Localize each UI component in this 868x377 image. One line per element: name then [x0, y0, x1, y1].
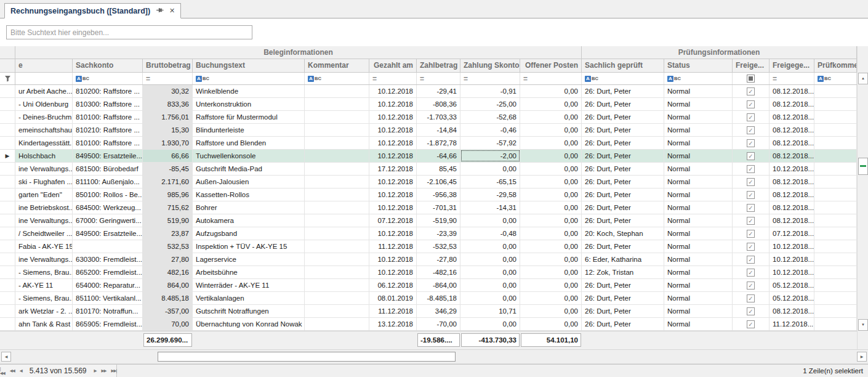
cell-name[interactable]: - AK-YE 11 [15, 279, 73, 291]
cell-kommentar[interactable] [305, 279, 369, 291]
checked-checkbox-icon[interactable]: ✓ [747, 204, 755, 212]
cell-freigegeben[interactable]: ✓ [733, 201, 770, 214]
cell-freigegeben_am[interactable]: 08.12.2018... [770, 176, 814, 188]
cell-pruefkommentar[interactable] [814, 98, 857, 110]
cell-sachlich_geprueft[interactable]: 26: Durt, Peter [582, 240, 664, 253]
filter-cell-sachlich_geprueft[interactable]: ABC [582, 73, 664, 84]
table-row[interactable]: ine Verwaltungs...681500: Bürobedarf-85,… [0, 163, 857, 176]
scroll-down-icon[interactable]: ▼ [858, 319, 868, 331]
cell-freigegeben_am[interactable]: 08.12.2018... [770, 137, 814, 149]
cell-bruttobetrag[interactable]: 30,32 [143, 85, 193, 97]
cell-zahlung_skonto[interactable]: -29,58 [460, 188, 520, 201]
filter-cell-offener_posten[interactable]: = [520, 73, 582, 84]
cell-freigegeben_am[interactable]: 05.12.2018... [770, 292, 814, 304]
column-header-gezahlt_am[interactable]: Gezahlt am [369, 59, 417, 72]
cell-gezahlt_am[interactable]: 10.12.2018 [369, 111, 417, 123]
checked-checkbox-icon[interactable]: ✓ [747, 217, 755, 225]
cell-buchungstext[interactable]: Unterkonstruktion [193, 98, 305, 110]
cell-buchungstext[interactable]: Inspektion + TÜV - AK-YE 15 [193, 240, 305, 253]
cell-freigegeben_am[interactable]: 08.12.2018... [770, 305, 814, 317]
table-row[interactable]: Fabia - AK-YE 15532,53Inspektion + TÜV -… [0, 240, 857, 253]
cell-sachlich_geprueft[interactable]: 6: Eder, Katharina [582, 253, 664, 266]
cell-gezahlt_am[interactable]: 13.12.2018 [369, 318, 417, 330]
cell-offener_posten[interactable]: 0,00 [520, 253, 582, 266]
nav-next-page-button[interactable]: ▶▶ [102, 368, 106, 373]
cell-freigegeben[interactable]: ✓ [733, 305, 770, 317]
cell-status[interactable]: Normal [664, 150, 733, 162]
cell-name[interactable]: - Deines-Bruchm... [15, 111, 73, 123]
cell-bruttobetrag[interactable]: 864,00 [143, 279, 193, 291]
cell-gezahlt_am[interactable]: 10.12.2018 [369, 150, 417, 162]
cell-pruefkommentar[interactable] [814, 227, 857, 240]
checked-checkbox-icon[interactable]: ✓ [747, 113, 755, 121]
cell-freigegeben[interactable]: ✓ [733, 176, 770, 188]
vertical-scroll-thumb[interactable] [858, 158, 868, 175]
cell-name[interactable]: ur Arbeit Aache... [15, 85, 73, 97]
cell-status[interactable]: Normal [664, 176, 733, 188]
table-row[interactable]: emeinschaftshaus810210: Raffstore ...15,… [0, 124, 857, 137]
column-header-zahlung_skonto[interactable]: Zahlung Skonto [460, 59, 520, 72]
cell-zahlung_skonto[interactable]: -65,15 [460, 176, 520, 188]
table-row[interactable]: ski - Flughafen ...811100: Außenjalo...2… [0, 176, 857, 188]
table-row[interactable]: ur Arbeit Aache...810200: Raffstore ...3… [0, 85, 857, 98]
cell-sachkonto[interactable]: 630300: Fremdleist... [73, 253, 143, 266]
cell-zahlbetrag[interactable]: -29,41 [417, 85, 460, 97]
table-row[interactable]: - Uni Oldenburg810300: Raffstore ...833,… [0, 98, 857, 111]
close-icon[interactable]: ✕ [169, 7, 175, 14]
cell-freigegeben[interactable]: ✓ [733, 111, 770, 123]
cell-freigegeben_am[interactable]: 11.12.2018... [770, 318, 814, 330]
cell-gezahlt_am[interactable]: 10.12.2018 [369, 266, 417, 278]
cell-freigegeben_am[interactable]: 10.12.2018... [770, 163, 814, 175]
cell-freigegeben[interactable]: ✓ [733, 240, 770, 253]
cell-buchungstext[interactable]: Lagerservice [193, 253, 305, 266]
cell-bruttobetrag[interactable]: 532,53 [143, 240, 193, 253]
cell-pruefkommentar[interactable] [814, 214, 857, 227]
filter-cell-freigegeben_am[interactable]: = [770, 73, 814, 84]
cell-gezahlt_am[interactable]: 10.12.2018 [369, 98, 417, 110]
cell-sachkonto[interactable]: 849500: Ersatzteile... [73, 150, 143, 162]
cell-gezahlt_am[interactable]: 08.01.2019 [369, 292, 417, 304]
cell-offener_posten[interactable]: 0,00 [520, 279, 582, 291]
cell-name[interactable]: ine Betriebskost... [15, 201, 73, 214]
cell-zahlung_skonto[interactable]: -2,00 [460, 150, 520, 162]
cell-freigegeben[interactable]: ✓ [733, 98, 770, 110]
scroll-right-icon[interactable]: ▶ [857, 352, 867, 362]
cell-sachlich_geprueft[interactable]: 26: Durt, Peter [582, 305, 664, 317]
cell-freigegeben_am[interactable]: 08.12.2018... [770, 85, 814, 97]
cell-freigegeben_am[interactable]: 08.12.2018... [770, 188, 814, 201]
column-header-name[interactable]: e [15, 59, 73, 72]
cell-buchungstext[interactable]: Raffstore und Blenden [193, 137, 305, 149]
cell-sachkonto[interactable]: 850100: Rollos - Be... [73, 188, 143, 201]
cell-name[interactable]: garten "Eden" [15, 188, 73, 201]
cell-name[interactable]: Kindertagesstätt... [15, 137, 73, 149]
cell-sachlich_geprueft[interactable]: 26: Durt, Peter [582, 318, 664, 330]
cell-pruefkommentar[interactable] [814, 137, 857, 149]
cell-pruefkommentar[interactable] [814, 201, 857, 214]
column-header-freigegeben_am[interactable]: Freigege... [770, 59, 814, 72]
cell-status[interactable]: Normal [664, 124, 733, 136]
cell-kommentar[interactable] [305, 253, 369, 266]
cell-zahlung_skonto[interactable]: -0,46 [460, 124, 520, 136]
cell-sachlich_geprueft[interactable]: 26: Durt, Peter [582, 292, 664, 304]
cell-zahlbetrag[interactable]: -701,31 [417, 201, 460, 214]
cell-zahlung_skonto[interactable]: -52,68 [460, 111, 520, 123]
checked-checkbox-icon[interactable]: ✓ [747, 152, 755, 160]
cell-name[interactable]: emeinschaftshaus [15, 124, 73, 136]
cell-pruefkommentar[interactable] [814, 150, 857, 162]
cell-freigegeben[interactable]: ✓ [733, 318, 770, 330]
cell-name[interactable]: ine Verwaltungs... [15, 214, 73, 227]
checked-checkbox-icon[interactable]: ✓ [747, 294, 755, 302]
cell-pruefkommentar[interactable] [814, 279, 857, 291]
cell-sachlich_geprueft[interactable]: 26: Durt, Peter [582, 201, 664, 214]
cell-freigegeben_am[interactable]: 07.12.2018... [770, 227, 814, 240]
cell-bruttobetrag[interactable]: -357,00 [143, 305, 193, 317]
cell-name[interactable]: Fabia - AK-YE 15 [15, 240, 73, 253]
cell-zahlung_skonto[interactable]: 0,00 [460, 279, 520, 291]
cell-status[interactable]: Normal [664, 266, 733, 278]
cell-freigegeben_am[interactable]: 08.12.2018... [770, 201, 814, 214]
table-row[interactable]: - Siemens, Brau...851100: Vertikalanl...… [0, 292, 857, 305]
cell-buchungstext[interactable]: Übernachtung von Konrad Nowak ... [193, 318, 305, 330]
cell-kommentar[interactable] [305, 137, 369, 149]
cell-status[interactable]: Normal [664, 98, 733, 110]
cell-gezahlt_am[interactable]: 10.12.2018 [369, 253, 417, 266]
